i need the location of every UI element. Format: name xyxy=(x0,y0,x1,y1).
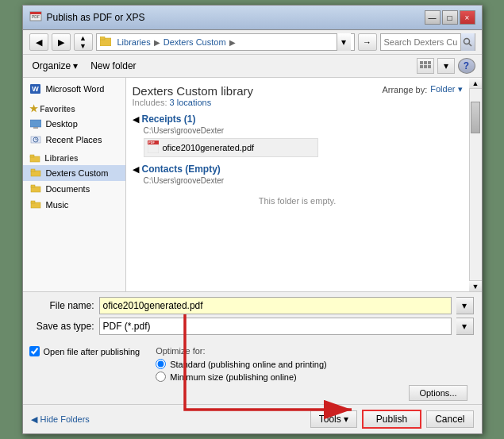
help-button[interactable]: ? xyxy=(458,58,475,74)
recent-icon xyxy=(29,134,42,145)
minimize-button[interactable]: — xyxy=(425,10,441,25)
sidebar-item-desktop[interactable]: Desktop xyxy=(23,116,125,132)
sidebar-item-music[interactable]: Music xyxy=(23,197,125,213)
folder-receipts-path: C:\Users\grooveDexter xyxy=(144,126,463,135)
view-more-button[interactable]: ▾ xyxy=(437,58,455,74)
svg-rect-4 xyxy=(100,37,105,40)
radio-minimum: Minimum size (publishing online) xyxy=(156,372,475,382)
folder-contacts-header[interactable]: ◀ Contacts (Empty) xyxy=(133,164,463,175)
close-button[interactable]: × xyxy=(460,10,475,25)
scrollbar[interactable]: ▲ ▼ xyxy=(469,78,482,291)
music-icon xyxy=(29,199,42,210)
maximize-button[interactable]: □ xyxy=(442,10,458,25)
publish-button[interactable]: Publish xyxy=(362,410,421,429)
hide-folders-button[interactable]: ◀ Hide Folders xyxy=(31,414,90,425)
bottom-right: Tools ▾ Publish Cancel xyxy=(310,410,474,429)
radio-minimum-input[interactable] xyxy=(156,372,166,382)
svg-rect-9 xyxy=(428,61,431,64)
scroll-thumb[interactable] xyxy=(471,102,480,133)
title-bar: PDF Publish as PDF or XPS — □ × xyxy=(23,6,482,30)
sidebar-section-favorites: ★ Favorites xyxy=(23,102,125,116)
svg-text:PDF: PDF xyxy=(32,14,40,19)
optimize-area: Optimize for: Standard (publishing onlin… xyxy=(156,346,475,401)
save-type-label: Save as type: xyxy=(31,321,94,332)
svg-point-5 xyxy=(464,39,470,44)
arrange-by: Arrange by: Folder ▾ xyxy=(382,84,462,94)
arrange-by-dropdown[interactable]: Folder ▾ xyxy=(430,84,462,94)
new-folder-button[interactable]: New folder xyxy=(87,59,139,73)
svg-text:PDF: PDF xyxy=(148,141,156,144)
tools-button[interactable]: Tools ▾ xyxy=(310,410,357,428)
nav-bar: ◀ ▶ ▲▼ Libraries ▶ Dexters Custom ▶ ▾ → xyxy=(23,30,482,55)
back-button[interactable]: ◀ xyxy=(29,33,48,51)
options-button[interactable]: Options... xyxy=(409,385,467,401)
file-name-input[interactable] xyxy=(99,297,452,314)
sidebar-item-recent[interactable]: Recent Places xyxy=(23,132,125,148)
file-name-dropdown[interactable]: ▾ xyxy=(456,297,474,314)
breadcrumb-custom[interactable]: Dexters Custom xyxy=(164,37,226,47)
save-type-row: Save as type: ▾ xyxy=(31,318,474,335)
folder-receipts: ◀ Receipts (1) C:\Users\grooveDexter PDF xyxy=(133,114,463,157)
breadcrumb-dropdown[interactable]: ▾ xyxy=(337,33,351,51)
folder-contacts: ◀ Contacts (Empty) C:\Users\grooveDexter… xyxy=(133,164,463,214)
optimize-label: Optimize for: xyxy=(156,346,475,356)
main-area: W Microsoft Word ★ Favorites Deskto xyxy=(23,78,482,292)
save-type-input[interactable] xyxy=(99,318,452,335)
file-list: Dexters Custom library Includes: 3 locat… xyxy=(126,78,469,291)
organize-button[interactable]: Organize ▾ xyxy=(29,59,82,73)
content-area: Dexters Custom library Includes: 3 locat… xyxy=(126,78,482,291)
sidebar-item-dexters[interactable]: Dexters Custom xyxy=(23,165,125,181)
file-item-pdf[interactable]: PDF ofice2010generated.pdf xyxy=(144,138,318,157)
svg-rect-14 xyxy=(33,127,38,129)
open-after-publish-checkbox[interactable] xyxy=(29,346,40,356)
file-name-row: File name: ▾ xyxy=(31,297,474,314)
svg-rect-8 xyxy=(424,61,427,64)
search-input[interactable] xyxy=(381,37,460,47)
svg-rect-11 xyxy=(424,65,427,68)
locations-link[interactable]: 3 locations xyxy=(170,98,212,107)
sidebar-item-word[interactable]: W Microsoft Word xyxy=(23,81,125,97)
svg-rect-24 xyxy=(31,185,35,187)
documents-icon xyxy=(29,183,42,194)
open-after-publish-label: Open file after publishing xyxy=(44,347,140,356)
options-row: Open file after publishing Optimize for:… xyxy=(23,343,482,404)
search-bar xyxy=(380,33,475,51)
file-name: ofice2010generated.pdf xyxy=(163,143,255,152)
pdf-icon: PDF xyxy=(148,141,159,155)
dialog-title: Publish as PDF or XPS xyxy=(47,12,145,23)
forward-button[interactable]: ▶ xyxy=(52,33,71,51)
scroll-up-button[interactable]: ▲ xyxy=(469,78,482,89)
svg-rect-10 xyxy=(420,65,423,68)
cancel-button[interactable]: Cancel xyxy=(426,410,473,428)
sidebar: W Microsoft Word ★ Favorites Deskto xyxy=(23,78,126,291)
radio-standard-input[interactable] xyxy=(156,359,166,369)
form-area: File name: ▾ Save as type: ▾ xyxy=(23,292,482,343)
dexters-folder-icon xyxy=(29,168,42,179)
desktop-icon xyxy=(29,118,42,129)
svg-rect-13 xyxy=(30,120,41,127)
folder-receipts-header[interactable]: ◀ Receipts (1) xyxy=(133,114,463,125)
folder-contacts-empty: This folder is empty. xyxy=(133,188,463,214)
folder-contacts-path: C:\Users\grooveDexter xyxy=(144,176,463,185)
word-icon: W xyxy=(29,83,42,94)
search-button[interactable] xyxy=(460,33,475,51)
bottom-bar: ◀ Hide Folders Tools ▾ Publish Cancel xyxy=(23,404,482,433)
svg-rect-22 xyxy=(31,169,35,171)
svg-rect-26 xyxy=(31,201,35,203)
up-button[interactable]: ▲▼ xyxy=(74,33,93,51)
sidebar-section-libraries: Libraries xyxy=(23,152,125,165)
breadcrumb-libraries[interactable]: Libraries xyxy=(117,37,151,47)
view-options-button[interactable] xyxy=(417,58,434,74)
scroll-down-button[interactable]: ▼ xyxy=(469,280,482,291)
svg-line-6 xyxy=(469,44,472,47)
radio-standard-label: Standard (publishing online and printing… xyxy=(170,360,327,369)
dialog-icon: PDF xyxy=(29,11,42,24)
save-type-dropdown[interactable]: ▾ xyxy=(456,318,474,335)
library-sub: Includes: 3 locations xyxy=(133,98,254,107)
file-name-label: File name: xyxy=(31,300,94,311)
breadcrumb-bar: Libraries ▶ Dexters Custom ▶ ▾ xyxy=(96,33,355,51)
open-after-publish-area: Open file after publishing xyxy=(29,346,140,356)
refresh-button[interactable]: → xyxy=(358,33,377,51)
sidebar-item-documents[interactable]: Documents xyxy=(23,181,125,197)
svg-rect-20 xyxy=(30,155,34,157)
